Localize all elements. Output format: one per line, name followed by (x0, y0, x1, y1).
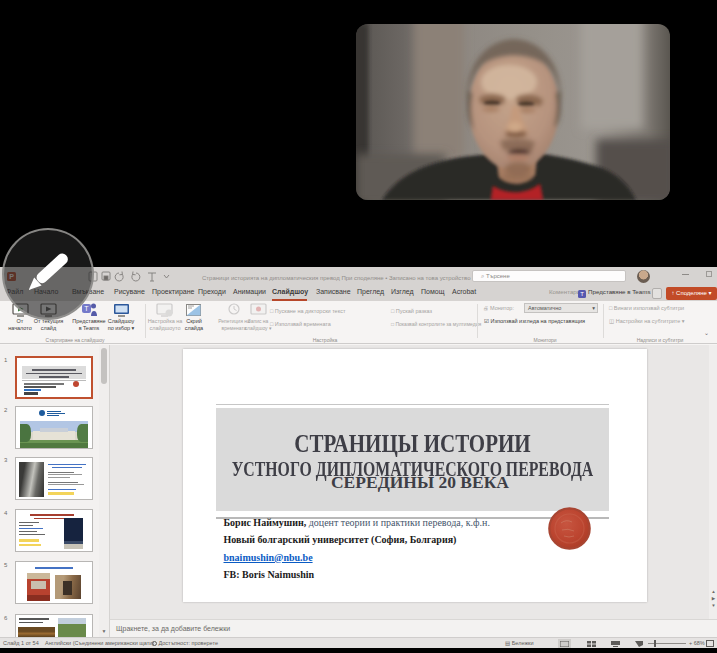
svg-text:T: T (580, 291, 584, 297)
